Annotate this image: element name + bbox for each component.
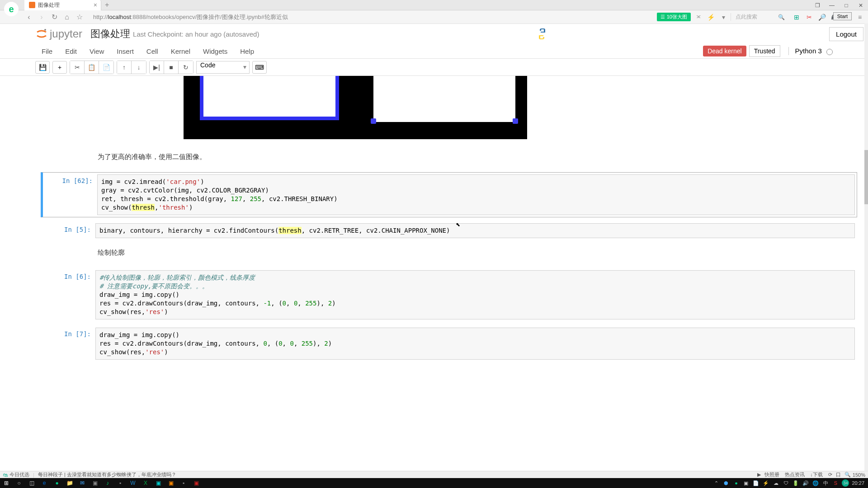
cell-type-select[interactable]: Code bbox=[196, 61, 250, 74]
new-tab-button[interactable]: + bbox=[105, 1, 109, 9]
menu-bar: File Edit View Insert Cell Kernel Widget… bbox=[0, 44, 868, 59]
restart-button[interactable]: ↻ bbox=[179, 61, 193, 74]
favorite-button[interactable]: ☆ bbox=[73, 11, 86, 23]
notebook-title[interactable]: 图像处理 bbox=[90, 27, 130, 41]
browser-logo-icon: e bbox=[4, 2, 19, 16]
menu-edit[interactable]: Edit bbox=[59, 47, 83, 55]
logout-button[interactable]: Logout bbox=[829, 27, 863, 41]
menu-view[interactable]: View bbox=[83, 47, 110, 55]
jupyter-logo-icon bbox=[35, 28, 48, 40]
jupyter-logo[interactable]: jupyter bbox=[35, 28, 82, 40]
menu-kernel[interactable]: Kernel bbox=[165, 47, 197, 55]
refresh-button[interactable]: ↻ bbox=[48, 11, 61, 23]
command-palette-button[interactable]: ⌨ bbox=[252, 61, 267, 74]
trusted-badge[interactable]: Trusted bbox=[749, 45, 780, 57]
save-button[interactable]: 💾 bbox=[35, 61, 50, 74]
magnify-icon[interactable]: 🔎 bbox=[816, 12, 827, 23]
menu-widgets[interactable]: Widgets bbox=[197, 47, 234, 55]
forward-button[interactable]: › bbox=[35, 11, 48, 23]
svg-point-0 bbox=[44, 29, 46, 31]
menu-insert[interactable]: Insert bbox=[110, 47, 140, 55]
scrollbar[interactable] bbox=[864, 23, 868, 76]
dead-kernel-badge[interactable]: Dead kernel bbox=[703, 46, 746, 56]
window-minimize-icon[interactable]: — bbox=[825, 0, 839, 10]
jupyter-toolbar: 💾 + ✂ 📋 📄 ↑ ↓ ▶| ■ ↻ Code ⌨ bbox=[0, 59, 868, 76]
puzzle-icon[interactable]: ⊞ bbox=[791, 12, 802, 23]
run-button[interactable]: ▶| bbox=[150, 61, 164, 74]
search-icon: 🔍 bbox=[778, 14, 785, 20]
window-close-icon[interactable]: ✕ bbox=[854, 0, 868, 10]
add-cell-button[interactable]: + bbox=[52, 61, 67, 74]
move-down-button[interactable]: ↓ bbox=[132, 61, 146, 74]
window-maximize-icon[interactable]: □ bbox=[839, 0, 854, 10]
start-button[interactable]: Start bbox=[833, 12, 852, 20]
bolt-icon[interactable]: ⚡ bbox=[705, 12, 716, 23]
python-icon bbox=[536, 28, 548, 40]
tab-title: 图像处理 bbox=[38, 1, 60, 9]
menu-file[interactable]: File bbox=[35, 47, 59, 55]
kernel-indicator-icon bbox=[826, 49, 833, 55]
browser-tab[interactable]: 图像处理 × bbox=[24, 0, 101, 10]
stop-button[interactable]: ■ bbox=[164, 61, 179, 74]
jupyter-favicon bbox=[29, 2, 35, 8]
checkpoint-text: Last Checkpoint: an hour ago (autosaved) bbox=[133, 30, 259, 38]
window-restore-icon[interactable]: ❐ bbox=[810, 0, 825, 10]
browser-toolbar: ‹ › ↻ ⌂ ☆ http://localhost:8888/notebook… bbox=[0, 10, 868, 24]
move-up-button[interactable]: ↑ bbox=[117, 61, 132, 74]
menu-cell[interactable]: Cell bbox=[140, 47, 165, 55]
cut-button[interactable]: ✂ bbox=[70, 61, 85, 74]
share-icon[interactable]: ⪤ bbox=[693, 12, 703, 23]
image-count-badge[interactable]: ☰10张大图 bbox=[657, 13, 691, 21]
scissors-icon[interactable]: ✂ bbox=[804, 12, 815, 23]
menu-help[interactable]: Help bbox=[234, 47, 260, 55]
url-scheme: http:// bbox=[93, 14, 108, 20]
jupyter-header: jupyter 图像处理 Last Checkpoint: an hour ag… bbox=[0, 24, 868, 44]
browser-tab-strip: e 图像处理 × + ❐ — □ ✕ bbox=[0, 0, 868, 10]
back-button[interactable]: ‹ bbox=[23, 11, 35, 23]
dropdown-icon[interactable]: ▾ bbox=[718, 12, 729, 23]
search-box[interactable]: 点此搜索 🔍 bbox=[731, 13, 789, 21]
menu-icon[interactable]: ≡ bbox=[854, 12, 865, 23]
home-button[interactable]: ⌂ bbox=[61, 11, 73, 23]
paste-button[interactable]: 📄 bbox=[99, 61, 113, 74]
tab-close-icon[interactable]: × bbox=[94, 1, 97, 9]
kernel-name[interactable]: Python 3 bbox=[788, 47, 833, 55]
address-bar[interactable]: http://localhost:8888/notebooks/opencv/图… bbox=[90, 12, 653, 23]
url-host: localhost bbox=[108, 14, 131, 20]
url-path: :8888/notebooks/opencv/图像操作/图像处理.ipynb#轮… bbox=[131, 13, 288, 21]
copy-button[interactable]: 📋 bbox=[85, 61, 99, 74]
